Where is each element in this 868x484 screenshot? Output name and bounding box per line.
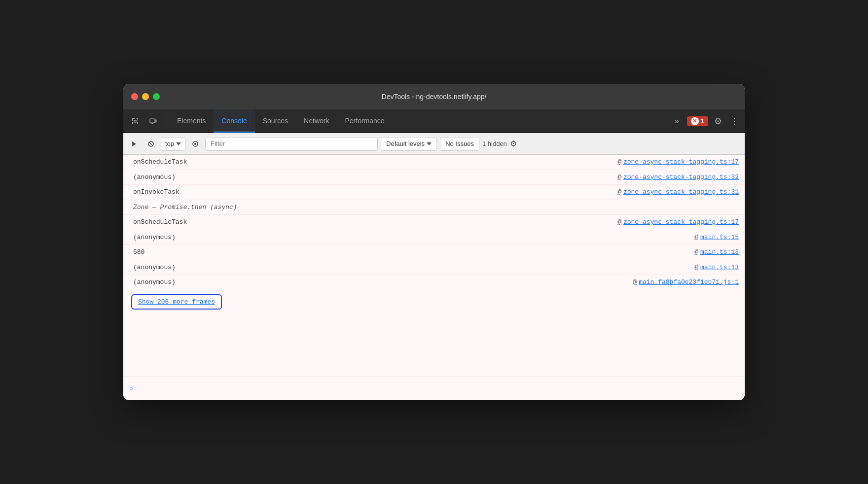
console-input[interactable]	[137, 385, 739, 392]
console-row-text: (anonymous)	[133, 173, 608, 182]
tab-sources[interactable]: Sources	[255, 109, 296, 133]
tab-elements[interactable]: Elements	[169, 109, 214, 133]
console-row-text: Zone — Promise.then (async)	[133, 203, 729, 212]
filter-input[interactable]	[205, 137, 378, 151]
console-toolbar: top Default levels No Issues 1 hidden ⚙	[123, 133, 745, 155]
more-options-button[interactable]: ⋮	[728, 114, 741, 129]
inspect-element-button[interactable]	[127, 113, 143, 129]
svg-marker-7	[176, 142, 181, 145]
svg-marker-4	[132, 141, 136, 146]
console-settings-button[interactable]: ⚙	[510, 139, 517, 148]
tab-bar-left-icons	[127, 109, 161, 133]
clear-console-button[interactable]	[144, 137, 158, 151]
console-row-link[interactable]: @zone-async-stack-tagging.ts:32	[617, 173, 739, 182]
console-input-area: >	[123, 377, 745, 400]
console-row-link[interactable]: @zone-async-stack-tagging.ts:17	[617, 217, 739, 227]
console-row-link[interactable]: @main.ts:13	[694, 263, 739, 273]
maximize-button[interactable]	[153, 93, 160, 100]
console-row: (anonymous) @main.ts:15	[123, 230, 745, 245]
error-icon: ✕	[691, 117, 699, 125]
svg-point-9	[194, 143, 196, 145]
console-prompt: >	[129, 385, 133, 393]
svg-rect-1	[150, 119, 155, 123]
show-more-frames-container: Show 208 more frames	[131, 294, 222, 310]
main-tabs: Elements Console Sources Network Perform…	[169, 109, 671, 133]
close-button[interactable]	[131, 93, 138, 100]
console-row-text: onScheduleTask	[133, 157, 608, 167]
console-row-link[interactable]: @zone-async-stack-tagging.ts:17	[617, 157, 739, 167]
console-row-text: (anonymous)	[133, 277, 623, 287]
console-row-link[interactable]: @main.fa8bfa0e23f1eb71.js:1	[633, 277, 739, 287]
console-row: onScheduleTask @zone-async-stack-tagging…	[123, 215, 745, 230]
issues-button[interactable]: No Issues	[440, 137, 479, 151]
console-row-text: 580	[133, 247, 685, 257]
svg-line-6	[149, 142, 153, 145]
console-row-text: onScheduleTask	[133, 217, 608, 227]
hidden-count: 1 hidden	[482, 140, 507, 147]
console-row: (anonymous) @zone-async-stack-tagging.ts…	[123, 170, 745, 185]
tab-bar: Elements Console Sources Network Perform…	[123, 109, 745, 133]
console-row: 580 @main.ts:13	[123, 245, 745, 260]
error-badge[interactable]: ✕ 1	[687, 116, 708, 126]
console-row: onInvokeTask @zone-async-stack-tagging.t…	[123, 185, 745, 200]
svg-marker-10	[427, 142, 432, 145]
console-output: onScheduleTask @zone-async-stack-tagging…	[123, 155, 745, 377]
context-selector[interactable]: top	[161, 137, 185, 151]
console-row: (anonymous) @main.ts:13	[123, 260, 745, 276]
console-row-text: (anonymous)	[133, 233, 685, 242]
tab-bar-right: » ✕ 1 ⚙ ⋮	[671, 109, 741, 133]
traffic-lights	[131, 93, 160, 100]
svg-rect-3	[151, 123, 153, 124]
run-script-button[interactable]	[127, 137, 141, 151]
console-row-text: (anonymous)	[133, 263, 685, 273]
console-row: Zone — Promise.then (async)	[123, 200, 745, 215]
live-expressions-button[interactable]	[188, 137, 202, 151]
svg-rect-0	[134, 120, 136, 122]
more-tabs-button[interactable]: »	[671, 115, 683, 128]
title-bar: DevTools - ng-devtools.netlify.app/	[123, 84, 745, 109]
log-levels-button[interactable]: Default levels	[381, 137, 437, 151]
console-row: onScheduleTask @zone-async-stack-tagging…	[123, 155, 745, 170]
devtools-window: DevTools - ng-devtools.netlify.app/	[123, 84, 745, 400]
settings-gear-button[interactable]: ⚙	[712, 114, 724, 129]
tab-console[interactable]: Console	[214, 109, 254, 133]
svg-rect-2	[155, 120, 156, 122]
console-row-link[interactable]: @main.ts:15	[694, 233, 739, 242]
tab-performance[interactable]: Performance	[337, 109, 392, 133]
device-toolbar-button[interactable]	[145, 113, 161, 129]
window-title: DevTools - ng-devtools.netlify.app/	[382, 93, 487, 101]
show-more-frames-link[interactable]: Show 208 more frames	[131, 294, 222, 310]
console-row: (anonymous) @main.fa8bfa0e23f1eb71.js:1	[123, 275, 745, 290]
minimize-button[interactable]	[142, 93, 149, 100]
console-row-link[interactable]: @zone-async-stack-tagging.ts:31	[617, 187, 739, 197]
console-row-text: onInvokeTask	[133, 187, 608, 197]
console-row-link[interactable]: @main.ts:13	[694, 247, 739, 257]
tab-divider	[167, 113, 167, 129]
tab-network[interactable]: Network	[296, 109, 337, 133]
